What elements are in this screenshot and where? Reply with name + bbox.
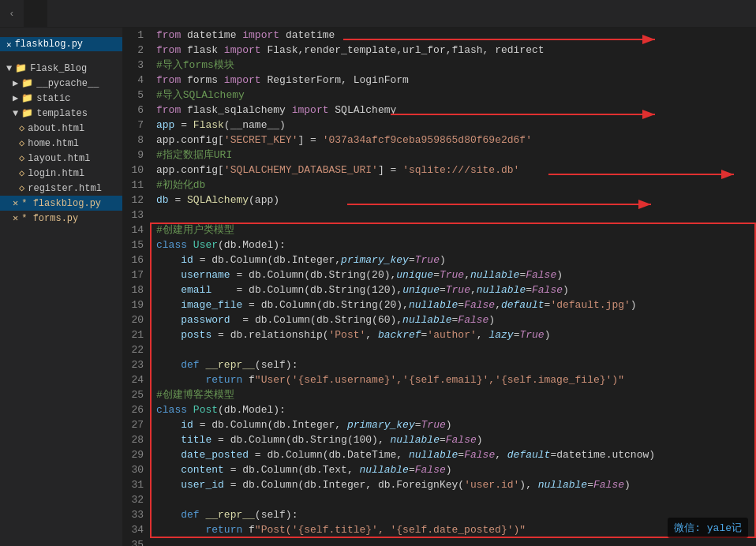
code-line-24: return f"User('{self.username}','{self.e… bbox=[156, 372, 750, 387]
line-number-24: 24 bbox=[129, 372, 144, 387]
file-modified-icon: ✕ bbox=[6, 39, 12, 50]
line-number-14: 14 bbox=[129, 223, 144, 237]
folder-pycache-name: __pycache__ bbox=[36, 78, 99, 89]
file-register-html[interactable]: ◇ register.html bbox=[0, 181, 122, 196]
open-file-name: flaskblog.py bbox=[15, 39, 83, 50]
line-number-11: 11 bbox=[129, 178, 144, 193]
code-line-21: posts = db.relationship('Post', backref=… bbox=[156, 327, 750, 342]
line-number-5: 5 bbox=[129, 88, 144, 103]
line-number-30: 30 bbox=[129, 462, 144, 477]
sidebar: ✕ flaskblog.py ▼ 📁 Flask_Blog ▶ 📁 __pyca… bbox=[0, 28, 122, 546]
code-line-14: #创建用户类模型 bbox=[156, 223, 750, 237]
code-line-20: password = db.Column(db.String(60),nulla… bbox=[156, 312, 750, 327]
code-line-18: email = db.Column(db.String(120),unique=… bbox=[156, 282, 750, 297]
line-number-35: 35 bbox=[129, 537, 144, 546]
code-line-34: return f"Post('{self.title}', '{self.dat… bbox=[156, 522, 750, 537]
open-file-flaskblog[interactable]: ✕ flaskblog.py bbox=[0, 37, 122, 51]
file-name: about.html bbox=[28, 123, 84, 134]
arrow-line1 bbox=[343, 31, 675, 48]
file-flaskblog-py[interactable]: ✕ * flaskblog.py bbox=[0, 196, 122, 211]
code-line-32 bbox=[156, 492, 750, 507]
folder-pycache[interactable]: ▶ 📁 __pycache__ bbox=[0, 76, 122, 91]
tab-scroll-left[interactable]: ‹ bbox=[0, 0, 24, 27]
line-number-23: 23 bbox=[129, 357, 144, 372]
file-about-html[interactable]: ◇ about.html bbox=[0, 121, 122, 136]
html-icon5: ◇ bbox=[19, 182, 24, 194]
folders-title bbox=[0, 51, 122, 61]
line-number-16: 16 bbox=[129, 252, 144, 267]
folder-icon: 📁 bbox=[15, 62, 27, 74]
line-number-20: 20 bbox=[129, 312, 144, 327]
code-line-27: id = db.Column(db.Integer, primary_key=T… bbox=[156, 417, 750, 432]
code-line-17: username = db.Column(db.String(20),uniqu… bbox=[156, 267, 750, 282]
line-number-26: 26 bbox=[129, 402, 144, 417]
folder-pycache-arrow: ▶ bbox=[13, 77, 18, 89]
line-number-15: 15 bbox=[129, 237, 144, 252]
folder-static-arrow: ▶ bbox=[13, 92, 18, 104]
html-icon4: ◇ bbox=[19, 167, 24, 179]
line-number-32: 32 bbox=[129, 492, 144, 507]
watermark-brand: yale记 bbox=[707, 522, 742, 534]
code-line-30: content = db.Column(db.Text, nullable=Fa… bbox=[156, 462, 750, 477]
code-line-5: #导入SQLAlchemy bbox=[156, 88, 750, 103]
code-line-19: image_file = db.Column(db.String(20),nul… bbox=[156, 297, 750, 312]
file-name: layout.html bbox=[28, 153, 90, 164]
line-number-12: 12 bbox=[129, 193, 144, 208]
line-number-10: 10 bbox=[129, 163, 144, 178]
line-number-2: 2 bbox=[129, 43, 144, 58]
code-line-8: app.config['SECRET_KEY'] = '037a34afcf9c… bbox=[156, 133, 750, 148]
file-login-html[interactable]: ◇ login.html bbox=[0, 166, 122, 181]
file-home-html[interactable]: ◇ home.html bbox=[0, 136, 122, 151]
line-number-18: 18 bbox=[129, 282, 144, 297]
line-number-7: 7 bbox=[129, 118, 144, 133]
line-number-28: 28 bbox=[129, 432, 144, 447]
py-modified-icon2: ✕ bbox=[13, 212, 18, 224]
code-line-4: from forms import RegisterForm, LoginFor… bbox=[156, 73, 750, 88]
code-line-16: id = db.Column(db.Integer,primary_key=Tr… bbox=[156, 252, 750, 267]
folder-static-name: static bbox=[36, 93, 70, 104]
folder-arrow-icon: ▼ bbox=[6, 63, 12, 74]
watermark: 微信: yale记 bbox=[668, 518, 748, 538]
folder-templates[interactable]: ▼ 📁 templates bbox=[0, 106, 122, 121]
line-number-1: 1 bbox=[129, 28, 144, 43]
file-name: * flaskblog.py bbox=[21, 198, 101, 209]
code-line-28: title = db.Column(db.String(100), nullab… bbox=[156, 432, 750, 447]
main-layout: ✕ flaskblog.py ▼ 📁 Flask_Blog ▶ 📁 __pyca… bbox=[0, 28, 756, 546]
tab-flaskblog[interactable] bbox=[24, 0, 48, 27]
line-number-21: 21 bbox=[129, 327, 144, 342]
arrow-line10 bbox=[548, 166, 754, 183]
line-number-33: 33 bbox=[129, 507, 144, 522]
html-icon2: ◇ bbox=[19, 137, 24, 149]
tab-bar: ‹ bbox=[0, 0, 756, 28]
line-number-34: 34 bbox=[129, 522, 144, 537]
line-number-19: 19 bbox=[129, 297, 144, 312]
code-line-23: def __repr__(self): bbox=[156, 357, 750, 372]
code-line-31: user_id = db.Column(db.Integer, db.Forei… bbox=[156, 477, 750, 492]
folder-templates-name: templates bbox=[36, 108, 88, 119]
folder-name: Flask_Blog bbox=[30, 63, 87, 74]
folder-static[interactable]: ▶ 📁 static bbox=[0, 91, 122, 106]
py-modified-icon: ✕ bbox=[13, 197, 18, 209]
arrow-line6 bbox=[391, 106, 675, 123]
editor-area[interactable]: 1234567891011121314151617181920212223242… bbox=[122, 28, 756, 546]
code-line-3: #导入forms模块 bbox=[156, 58, 750, 73]
line-number-31: 31 bbox=[129, 477, 144, 492]
code-line-35 bbox=[156, 537, 750, 546]
file-name: login.html bbox=[28, 168, 84, 179]
code-line-15: class User(db.Model): bbox=[156, 237, 750, 252]
line-number-25: 25 bbox=[129, 387, 144, 402]
folder-pycache-icon: 📁 bbox=[21, 77, 33, 89]
line-number-3: 3 bbox=[129, 58, 144, 73]
folder-flask-blog[interactable]: ▼ 📁 Flask_Blog bbox=[0, 61, 122, 76]
code-line-25: #创建博客类模型 bbox=[156, 387, 750, 402]
html-icon: ◇ bbox=[19, 122, 24, 134]
code-line-29: date_posted = db.Column(db.DateTime, nul… bbox=[156, 447, 750, 462]
folder-templates-icon: 📁 bbox=[21, 107, 33, 119]
file-layout-html[interactable]: ◇ layout.html bbox=[0, 151, 122, 166]
line-number-4: 4 bbox=[129, 73, 144, 88]
html-icon3: ◇ bbox=[19, 152, 24, 164]
file-forms-py[interactable]: ✕ * forms.py bbox=[0, 211, 122, 226]
line-number-27: 27 bbox=[129, 417, 144, 432]
line-number-6: 6 bbox=[129, 103, 144, 118]
file-name: register.html bbox=[28, 183, 102, 194]
